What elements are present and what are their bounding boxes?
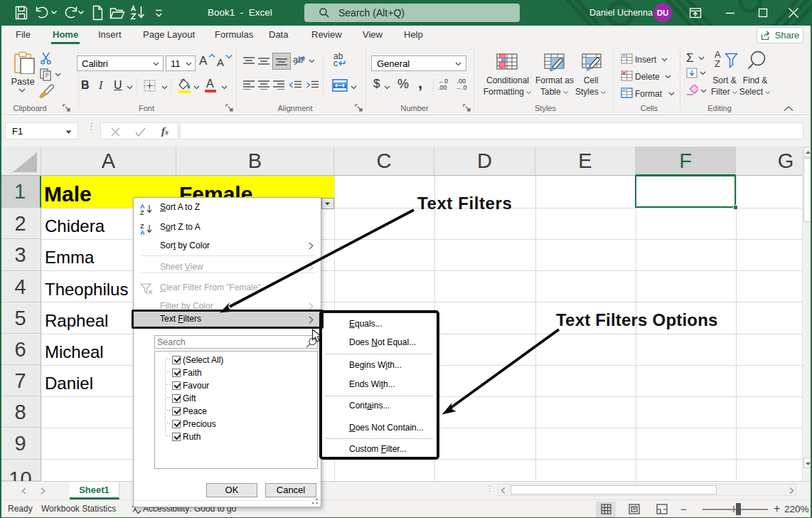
svg-text:A: A [140, 229, 145, 235]
svg-text:Z: Z [140, 209, 144, 215]
